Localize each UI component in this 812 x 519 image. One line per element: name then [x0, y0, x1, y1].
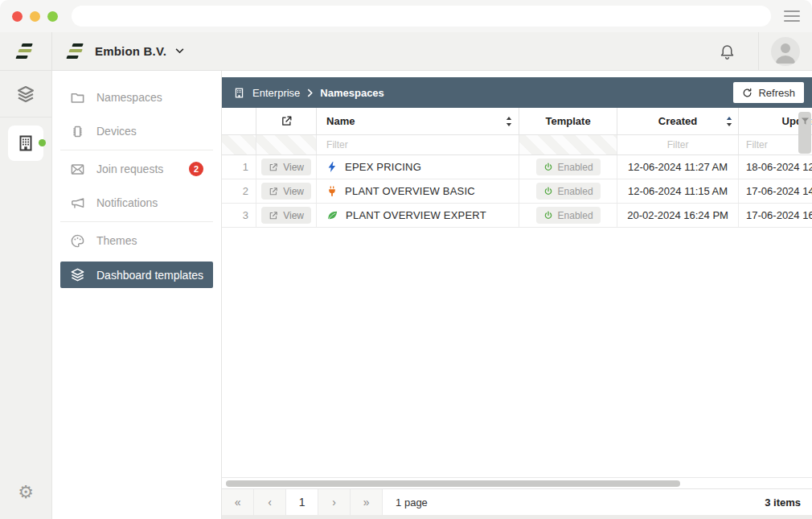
view-column-header [256, 108, 317, 134]
organization-name: Embion B.V. [95, 44, 166, 58]
row-number-header [222, 108, 256, 134]
leaf-icon [326, 209, 338, 221]
sidebar-item-dashboard-templates[interactable]: Dashboard templates [60, 262, 213, 288]
chip-icon [70, 124, 85, 139]
current-page-button[interactable]: 1 [286, 489, 318, 515]
refresh-button[interactable]: Refresh [733, 82, 804, 103]
browser-menu-icon[interactable] [784, 10, 800, 22]
breadcrumb-root[interactable]: Enterprise [252, 87, 300, 99]
join-requests-count-badge: 2 [189, 162, 203, 176]
megaphone-icon [70, 196, 85, 211]
filter-cell-disabled [222, 135, 256, 154]
sidebar-divider [60, 221, 213, 222]
power-icon [543, 211, 553, 220]
filter-cell-disabled [256, 135, 317, 154]
sidebar-item-notifications[interactable]: Notifications [60, 186, 213, 220]
template-column-header[interactable]: Template [519, 108, 617, 134]
previous-page-button[interactable]: ‹ [254, 489, 286, 515]
chevron-down-icon [175, 48, 184, 54]
first-page-button[interactable]: « [222, 489, 254, 515]
table-filter-row [222, 135, 812, 155]
filter-funnel-icon [801, 117, 810, 126]
external-link-icon [269, 187, 278, 196]
rail-item-dashboards[interactable] [0, 71, 51, 117]
vertical-scrollbar[interactable] [798, 112, 811, 154]
online-status-dot [39, 139, 46, 146]
sidebar-divider [60, 150, 213, 150]
power-icon [543, 187, 553, 196]
templates-table: Name Template Created Updated [222, 108, 812, 477]
next-page-button[interactable]: › [318, 489, 351, 515]
filter-cell-disabled [519, 135, 617, 154]
sidebar-item-label: Join requests [96, 163, 163, 175]
organization-switcher[interactable]: Embion B.V. [52, 32, 184, 70]
sort-icon[interactable] [506, 117, 512, 126]
sidebar-item-join-requests[interactable]: Join requests 2 [60, 152, 213, 186]
view-button[interactable]: View [261, 159, 311, 175]
status-badge: Enabled [536, 207, 601, 224]
building-icon [233, 87, 245, 99]
app-logo[interactable] [0, 32, 52, 70]
sidebar-item-label: Notifications [96, 196, 158, 209]
sidebar-item-devices[interactable]: Devices [60, 114, 213, 148]
horizontal-scrollbar-track [222, 477, 812, 488]
layers-icon [16, 84, 35, 104]
close-window-button[interactable] [12, 11, 23, 22]
plug-icon [326, 185, 338, 197]
palette-icon [70, 233, 85, 249]
bolt-icon [326, 161, 338, 173]
minimize-window-button[interactable] [30, 11, 40, 22]
layers-icon [70, 267, 85, 282]
avatar [771, 37, 800, 66]
created-date: 20-02-2024 16:24 PM [617, 204, 739, 227]
created-column-header[interactable]: Created [617, 108, 739, 134]
breadcrumb-current: Namespaces [320, 87, 384, 99]
row-number: 1 [222, 155, 256, 179]
page-count-label: 1 page [383, 489, 428, 515]
embion-logo-icon [16, 43, 35, 59]
horizontal-scrollbar-thumb[interactable] [226, 480, 680, 487]
window-bottom-edge [222, 515, 812, 519]
table-row: 1 View EPEX PRICING [222, 155, 812, 179]
row-number: 3 [222, 204, 256, 227]
zoom-window-button[interactable] [47, 11, 58, 22]
external-link-icon [269, 211, 278, 220]
view-button[interactable]: View [261, 183, 311, 200]
building-icon [16, 134, 35, 153]
user-menu-button[interactable] [759, 32, 812, 70]
address-bar[interactable] [72, 6, 771, 27]
pagination-bar: « ‹ 1 › » 1 page 3 items [222, 488, 812, 515]
sidebar-item-label: Namespaces [96, 91, 162, 104]
sidebar-item-themes[interactable]: Themes [60, 224, 213, 257]
created-date: 12-06-2024 11:15 AM [617, 179, 739, 203]
updated-date: 18-06-2024 12: [739, 155, 812, 179]
sidebar: Namespaces Devices Join requests 2 Notif… [52, 71, 222, 519]
bell-icon [719, 43, 736, 60]
table-header-row: Name Template Created Updated [222, 108, 812, 135]
sidebar-item-label: Dashboard templates [96, 269, 203, 282]
notifications-bell-button[interactable] [719, 32, 758, 70]
external-link-icon [281, 115, 293, 127]
created-filter-input[interactable] [617, 139, 738, 150]
settings-gear-icon[interactable]: ⚙ [18, 484, 34, 501]
items-count-label: 3 items [765, 489, 812, 515]
name-filter-cell [317, 135, 519, 154]
sort-icon[interactable] [726, 117, 732, 126]
updated-date: 17-06-2024 16: [739, 204, 812, 227]
rail-item-enterprise[interactable] [8, 126, 43, 161]
view-button[interactable]: View [261, 207, 311, 224]
name-filter-input[interactable] [326, 139, 519, 150]
sidebar-item-label: Themes [96, 234, 137, 247]
browser-window: Embion B.V. ⚙ [0, 0, 812, 519]
created-date: 12-06-2024 11:27 AM [617, 155, 739, 179]
sidebar-item-namespaces[interactable]: Namespaces [60, 80, 213, 114]
sidebar-item-label: Devices [96, 125, 137, 138]
breadcrumb-toolbar: Enterprise Namespaces Refresh [222, 77, 812, 108]
template-name: PLANT OVERVIEW BASIC [345, 185, 475, 197]
last-page-button[interactable]: » [351, 489, 383, 515]
table-row: 2 View PLANT OVERVIEW BASIC [222, 179, 812, 204]
icon-rail: ⚙ [0, 71, 52, 519]
envelope-icon [70, 162, 85, 177]
row-number: 2 [222, 179, 256, 203]
name-column-header[interactable]: Name [317, 108, 519, 134]
